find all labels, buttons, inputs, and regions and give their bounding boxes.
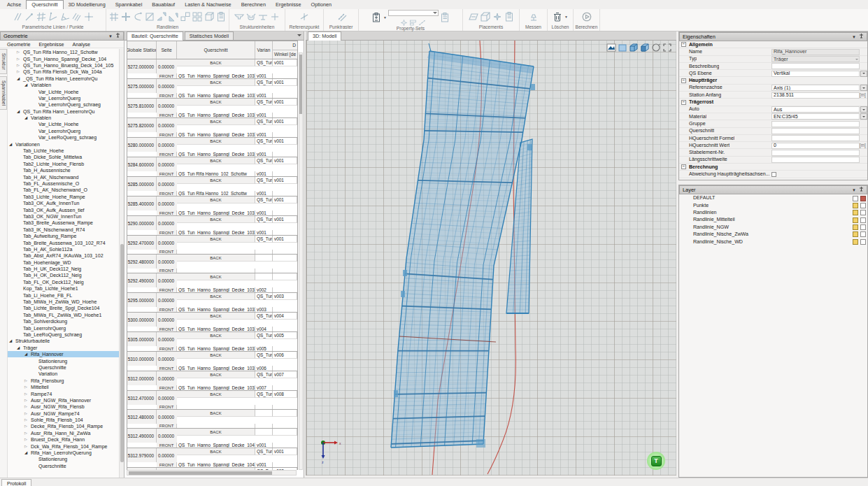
geometry-menu-geometrie[interactable]: Geometrie bbox=[7, 41, 31, 48]
tree-item-tab3-lichte-hoehe-rampe[interactable]: Tab3_Lichte_Hoehe_Rampe bbox=[8, 194, 119, 200]
tree-item-rifa-hannover[interactable]: ◢Rifa_Hannover bbox=[8, 351, 119, 357]
table-row-5312.979000[interactable]: 5312.979000BACKQS_Tun_Hanno_Spanngl_Deck… bbox=[127, 448, 297, 468]
tree-item-qs-tun-hanno-spanngl-decke-104[interactable]: ▷QS_Tun_Hanno_Spanngl_Decke_104 bbox=[8, 55, 119, 62]
property-value[interactable]: Axis (1) bbox=[771, 85, 860, 91]
property-value[interactable]: EN:C35/45 bbox=[771, 113, 860, 120]
tree-item-stationierung[interactable]: Stationierung bbox=[8, 456, 119, 462]
collapse-icon[interactable]: − bbox=[681, 164, 686, 169]
dropdown-button[interactable] bbox=[860, 113, 867, 120]
table-row-5285.000000[interactable]: 5285.000000BACKQS_Tun Rifa Hanno_102_Sch… bbox=[127, 177, 297, 196]
property-value[interactable] bbox=[771, 135, 860, 141]
tree-item-decke-rifa-flensb-104-rampe[interactable]: ▷Decke_Rifa_Flensb_104_Rampe bbox=[8, 423, 119, 429]
property-value[interactable]: 2138.511 bbox=[771, 92, 860, 99]
layer-color-checkbox[interactable] bbox=[860, 217, 866, 223]
tree-item-tab-breite-aussenwa-103-102-r74[interactable]: Tab_Breite_Aussenwa_103_102_R74 bbox=[8, 239, 119, 245]
table-row-5312.490000[interactable]: 5312.490000BACK0.00000FRONTQS_Tun_Hanno_… bbox=[127, 429, 297, 448]
clipboard-icon[interactable] bbox=[215, 11, 227, 22]
tree-scrollbar[interactable] bbox=[119, 49, 124, 478]
tree-item-ausr-ngw-rampe74[interactable]: ▷Ausr_NGW_Rampe74 bbox=[8, 410, 119, 416]
layer-visibility-checkbox[interactable] bbox=[853, 203, 858, 208]
line-point-icon[interactable] bbox=[24, 11, 35, 22]
tree-item-tab-miwa-h-zwwa-wd-hoehe[interactable]: Tab_MiWa_H_ZwWa_WD_Hoehe bbox=[8, 299, 119, 305]
layer-visibility-checkbox[interactable] bbox=[853, 196, 858, 201]
tree-item-tab-dicke-sohle-mittelwa[interactable]: Tab_Dicke_Sohle_Mittelwa bbox=[8, 154, 119, 160]
tree-item-tab-fl-aussennische-o[interactable]: Tab_FL_Aussennische_O bbox=[8, 180, 119, 187]
layer-visibility-checkbox[interactable] bbox=[853, 231, 858, 237]
property-set-combobox[interactable] bbox=[388, 10, 439, 16]
tree-item-tab-miwa-fl-zwwa-wd-hoehe1[interactable]: Tab_MiWa_FL_ZwWa_WD_Hoehe1 bbox=[8, 312, 119, 318]
expander-expanded-icon[interactable]: ◢ bbox=[9, 338, 12, 343]
tree-item-mittelteil[interactable]: ▷Mittelteil bbox=[8, 384, 119, 390]
tree-item-tab-fl-ak-nischenwand-o[interactable]: Tab_FL_AK_Nischenwand_O bbox=[8, 187, 119, 193]
table-row-5275.820000[interactable]: 5275.820000BACKQS_Tun_Hanno_Spanngl_Deck… bbox=[127, 118, 297, 138]
checkbox[interactable] bbox=[771, 172, 776, 177]
tree-item-tab-h-ak-nischenwand[interactable]: Tab_H_AK_Nischenwand bbox=[8, 173, 119, 180]
collapse-icon[interactable]: − bbox=[681, 100, 686, 105]
expander-collapsed-icon[interactable]: ▷ bbox=[17, 57, 20, 61]
parallel-lines-icon[interactable] bbox=[12, 11, 23, 22]
tree-item-tab3-breite-aussenwa-rampe[interactable]: Tab3_Breite_Aussenwa_Rampe bbox=[8, 220, 119, 226]
tab-statisches-modell[interactable]: Statisches Modell bbox=[185, 31, 234, 40]
table-row-5292.470000[interactable]: 5292.470000BACKQS_Tun_Hanno_Spanngl_Deck… bbox=[127, 236, 297, 255]
tree-item-tab-h-uk-deck112-neig[interactable]: Tab_H_UK_Deck112_Neig bbox=[8, 266, 119, 272]
menu-tab-spannkabel[interactable]: Spannkabel bbox=[111, 1, 148, 9]
table-row-5290.000000[interactable]: 5290.000000BACKQS_Tun_Hanno_Spanngl_Deck… bbox=[127, 216, 297, 236]
tree-item-tab-lichte-breite-spgl-decke104[interactable]: Tab_Lichte_Breite_Spgl_Decke104 bbox=[8, 305, 119, 311]
expander-collapsed-icon[interactable]: ▷ bbox=[24, 378, 27, 383]
col-globale-station[interactable]: Globale Station bbox=[127, 41, 157, 59]
parallelogram-icon[interactable] bbox=[468, 11, 479, 22]
property-section-allgemein[interactable]: −Allgemein bbox=[679, 41, 867, 48]
col-variante[interactable]: Varian bbox=[255, 41, 273, 59]
menu-tab-achse[interactable]: Achse bbox=[2, 1, 26, 9]
plus-thick-icon[interactable] bbox=[120, 11, 131, 22]
expander-collapsed-icon[interactable]: ▷ bbox=[17, 63, 20, 67]
tree-item-tab3-ik-nischenwand-r74[interactable]: Tab3_IK_Nischenwand_R74 bbox=[8, 227, 119, 233]
tree-item-tab-abst-axr74-ikauwa-103-102[interactable]: Tab_Abst_AxR74_IKAuWa_103_102 bbox=[8, 252, 119, 259]
view-image-icon[interactable] bbox=[606, 43, 616, 52]
fullscreen-icon[interactable] bbox=[662, 43, 672, 52]
navigation-t-button[interactable]: T bbox=[647, 452, 665, 470]
orbit-icon[interactable] bbox=[651, 43, 661, 52]
protokoll-tab[interactable]: Protokoll bbox=[1, 479, 31, 486]
spark-icon[interactable] bbox=[492, 11, 503, 22]
property-value[interactable]: 0 bbox=[771, 143, 860, 149]
tree-item-tab-h-aussennische[interactable]: Tab_H_Aussennische bbox=[8, 167, 119, 173]
tree-item-variation[interactable]: Variation bbox=[8, 371, 119, 377]
property-value[interactable] bbox=[771, 150, 860, 156]
expander-collapsed-icon[interactable]: ▷ bbox=[24, 444, 27, 448]
clipboard-icon[interactable] bbox=[504, 11, 515, 22]
corner-shapes-icon[interactable] bbox=[156, 11, 167, 22]
table-row-5275.810000[interactable]: 5275.810000BACKQS_Tun_Hanno_Spanngl_Deck… bbox=[127, 99, 297, 118]
tree-item-rampe74[interactable]: ▷Rampe74 bbox=[8, 390, 119, 396]
tree-item-variablen[interactable]: ◢Variablen bbox=[8, 82, 119, 88]
property-section-hauptträger[interactable]: −Hauptträger bbox=[679, 77, 867, 84]
layer-row-randlinie-nische-zwwa[interactable]: Randlinie_Nische_ZwWa bbox=[679, 231, 867, 238]
property-value[interactable] bbox=[771, 63, 860, 69]
col-querschnitt[interactable]: Querschnitt bbox=[177, 41, 255, 59]
property-value[interactable]: Träger bbox=[771, 56, 860, 62]
expander-collapsed-icon[interactable]: ▷ bbox=[24, 417, 27, 422]
table-row-5312.470000[interactable]: 5312.470000BACKQS_Tun_Hanno_Spanngl_Deck… bbox=[127, 391, 297, 410]
parallel-hatch-icon[interactable] bbox=[71, 11, 83, 22]
tree-item-qs-tun-rifa-hann-leeerrohrqu[interactable]: ◢QS_Tun Rifa Hann_LeeerrohrQu bbox=[8, 108, 119, 115]
menu-tab-berechnen[interactable]: Berechnen bbox=[236, 1, 271, 9]
layer-row-punkte[interactable]: Punkte bbox=[679, 201, 867, 208]
profile-t2-icon[interactable] bbox=[257, 11, 269, 22]
tree-item-tab-h-ak-sohle112a[interactable]: Tab_H_AK_Sohle112a bbox=[8, 246, 119, 252]
layer-color-checkbox[interactable] bbox=[860, 239, 866, 245]
table-row-5275.000000[interactable]: 5275.000000BACKQS_Tun_Hanno_Spanngl_Deck… bbox=[127, 79, 297, 99]
property-value[interactable]: Rifa_Hannover bbox=[771, 49, 860, 55]
expander-expanded-icon[interactable]: ◢ bbox=[9, 142, 12, 146]
tree-item-var-leerrohrquerg[interactable]: Var_LeerrohrQuerg bbox=[8, 128, 119, 134]
layer-visibility-checkbox[interactable] bbox=[853, 239, 858, 245]
tree-item-dck-wa-rifa-flensb-104-rampe[interactable]: ▷Dck_Wa_Rifa_Flensb_104_Rampe bbox=[8, 443, 119, 449]
geometry-menu-ergebnisse[interactable]: Ergebnisse bbox=[39, 41, 64, 48]
tree-item-tab-leerrohrquerg[interactable]: Tab_LeerrohrQuerg bbox=[8, 324, 119, 331]
tree-item-variationen[interactable]: ◢Variationen bbox=[8, 141, 119, 147]
dropdown-button[interactable] bbox=[860, 71, 867, 77]
cube-dash-icon[interactable] bbox=[204, 11, 215, 22]
plus-thin-icon[interactable] bbox=[269, 11, 280, 22]
panel-dropdown-icon[interactable]: ▼ bbox=[108, 34, 113, 38]
layer-row-randlinie-nische-wd[interactable]: Randlinie_Nische_WD bbox=[679, 238, 867, 245]
table-row-5284.600000[interactable]: 5284.600000BACKQS_Tun_Hanno_Spanngl_Deck… bbox=[127, 157, 297, 177]
